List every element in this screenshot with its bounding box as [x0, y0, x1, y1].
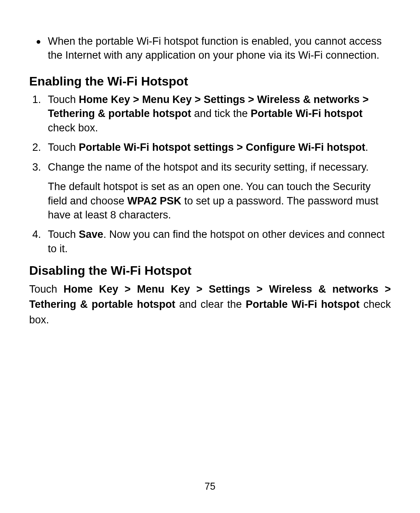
enable-steps-list: 1. Touch Home Key > Menu Key > Settings … — [29, 92, 391, 256]
step-number: 4. — [29, 227, 48, 256]
text: Touch — [48, 141, 79, 153]
disable-heading: Disabling the Wi-Fi Hotspot — [29, 263, 391, 278]
bold-text: Save — [79, 229, 103, 240]
step3-para1: Change the name of the hotspot and its s… — [48, 160, 391, 174]
bold-text: Portable Wi-Fi hotspot — [251, 108, 363, 119]
text: and tick the — [191, 108, 250, 119]
disable-paragraph: Touch Home Key > Menu Key > Settings > W… — [29, 282, 391, 327]
intro-bullet-item: ● When the portable Wi-Fi hotspot functi… — [29, 34, 391, 63]
step-content: Touch Save. Now you can find the hotspot… — [48, 227, 391, 256]
bold-text: WPA2 PSK — [127, 195, 181, 207]
step-content: Touch Home Key > Menu Key > Settings > W… — [48, 92, 391, 135]
enable-heading: Enabling the Wi-Fi Hotspot — [29, 74, 391, 89]
intro-bullet-list: ● When the portable Wi-Fi hotspot functi… — [29, 34, 391, 63]
enable-step-3: 3. Change the name of the hotspot and it… — [29, 160, 391, 222]
bold-text: Portable Wi-Fi hotspot — [246, 298, 360, 310]
step-number: 1. — [29, 92, 48, 135]
text: check box. — [48, 122, 98, 134]
page-number: 75 — [0, 481, 420, 492]
step-number: 2. — [29, 140, 48, 154]
bold-text: Portable Wi-Fi hotspot settings > Config… — [79, 141, 366, 153]
enable-step-1: 1. Touch Home Key > Menu Key > Settings … — [29, 92, 391, 135]
intro-bullet-text: When the portable Wi-Fi hotspot function… — [48, 34, 391, 63]
step-number: 3. — [29, 160, 48, 222]
text: and clear the — [175, 298, 246, 310]
text: Touch — [48, 229, 79, 240]
bullet-icon: ● — [29, 34, 48, 63]
step-content: Change the name of the hotspot and its s… — [48, 160, 391, 222]
enable-step-2: 2. Touch Portable Wi-Fi hotspot settings… — [29, 140, 391, 154]
text: Touch — [48, 94, 79, 105]
text: . — [365, 141, 368, 153]
step3-para2: The default hotspot is set as an open on… — [48, 180, 391, 222]
enable-step-4: 4. Touch Save. Now you can find the hots… — [29, 227, 391, 256]
text: Touch — [29, 283, 63, 295]
step-content: Touch Portable Wi-Fi hotspot settings > … — [48, 140, 391, 154]
